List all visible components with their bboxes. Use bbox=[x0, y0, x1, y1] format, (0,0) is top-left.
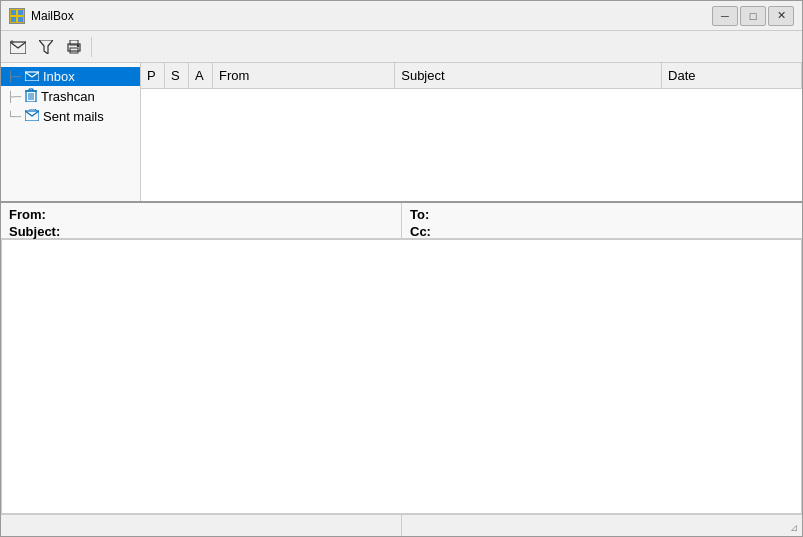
close-button[interactable]: ✕ bbox=[768, 6, 794, 26]
maximize-button[interactable]: □ bbox=[740, 6, 766, 26]
mail-meta-right: To: Cc: bbox=[401, 203, 802, 238]
from-row: From: bbox=[9, 207, 393, 222]
status-left bbox=[1, 515, 402, 536]
mail-list-header: P S A From Subject Date bbox=[141, 63, 802, 89]
app-icon bbox=[9, 8, 25, 24]
cc-row: Cc: bbox=[410, 224, 794, 239]
to-label: To: bbox=[410, 207, 465, 222]
sidebar-item-trashcan[interactable]: ├─ Trashcan bbox=[1, 86, 140, 107]
svg-rect-3 bbox=[11, 17, 16, 22]
mail-meta-left: From: Subject: bbox=[1, 203, 401, 238]
column-header-date[interactable]: Date bbox=[662, 63, 802, 88]
filter-button[interactable] bbox=[33, 35, 59, 59]
subject-label: Subject: bbox=[9, 224, 64, 239]
svg-rect-4 bbox=[18, 17, 23, 22]
inbox-icon bbox=[25, 69, 39, 84]
resize-grip[interactable]: ⊿ bbox=[784, 519, 798, 533]
tree-connector-inbox: ├─ bbox=[7, 71, 21, 82]
sidebar-item-inbox[interactable]: ├─ Inbox bbox=[1, 67, 140, 86]
column-header-subject[interactable]: Subject bbox=[395, 63, 662, 88]
sidebar-item-sent-mails[interactable]: └─ Sent mails bbox=[1, 107, 140, 126]
title-bar: MailBox ─ □ ✕ bbox=[1, 1, 802, 31]
mail-list: P S A From Subject Date bbox=[141, 63, 802, 201]
trashcan-label: Trashcan bbox=[41, 89, 95, 104]
column-header-p[interactable]: P bbox=[141, 63, 165, 88]
svg-rect-2 bbox=[18, 10, 23, 15]
svg-rect-12 bbox=[77, 45, 79, 47]
column-header-a[interactable]: A bbox=[189, 63, 213, 88]
toolbar bbox=[1, 31, 802, 63]
inbox-label: Inbox bbox=[43, 69, 75, 84]
main-area: ├─ Inbox ├─ bbox=[1, 63, 802, 514]
cc-label: Cc: bbox=[410, 224, 465, 239]
status-right: ⊿ bbox=[402, 515, 802, 536]
tree-connector-trashcan: ├─ bbox=[7, 91, 21, 102]
window-controls: ─ □ ✕ bbox=[712, 6, 794, 26]
trashcan-icon bbox=[25, 88, 37, 105]
print-button[interactable] bbox=[61, 35, 87, 59]
subject-row: Subject: bbox=[9, 224, 393, 239]
compose-button[interactable] bbox=[5, 35, 31, 59]
minimize-button[interactable]: ─ bbox=[712, 6, 738, 26]
main-window: MailBox ─ □ ✕ bbox=[0, 0, 803, 537]
sent-mails-icon bbox=[25, 109, 39, 124]
sidebar: ├─ Inbox ├─ bbox=[1, 63, 141, 201]
column-header-s[interactable]: S bbox=[165, 63, 189, 88]
svg-rect-1 bbox=[11, 10, 16, 15]
column-header-from[interactable]: From bbox=[213, 63, 395, 88]
status-bar: ⊿ bbox=[1, 514, 802, 536]
message-body[interactable] bbox=[1, 239, 802, 514]
mail-list-body[interactable] bbox=[141, 89, 802, 201]
to-row: To: bbox=[410, 207, 794, 222]
toolbar-separator bbox=[91, 37, 92, 57]
svg-marker-8 bbox=[39, 40, 53, 54]
top-pane: ├─ Inbox ├─ bbox=[1, 63, 802, 203]
mail-meta-pane: From: Subject: To: Cc: bbox=[1, 203, 802, 239]
from-label: From: bbox=[9, 207, 64, 222]
window-title: MailBox bbox=[31, 9, 712, 23]
tree-connector-sent: └─ bbox=[7, 111, 21, 122]
sent-mails-label: Sent mails bbox=[43, 109, 104, 124]
